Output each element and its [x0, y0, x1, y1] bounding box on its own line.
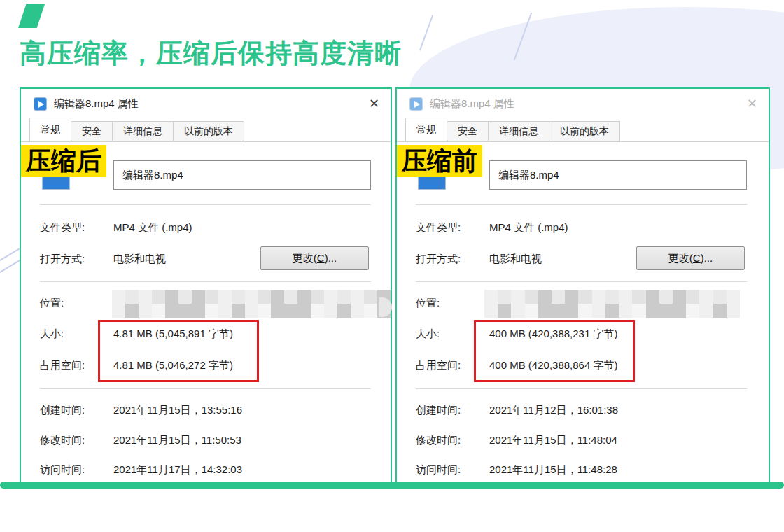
tab-security[interactable]: 安全: [447, 121, 489, 141]
bottom-accent-bar: [0, 482, 784, 489]
tab-general[interactable]: 常规: [29, 118, 71, 141]
size-highlight-box: [474, 320, 635, 382]
change-button[interactable]: 更改(C)...: [636, 246, 745, 270]
censored-location: [112, 290, 391, 318]
tab-strip: 常规 安全 详细信息 以前的版本: [397, 118, 769, 142]
page-title: 高压缩率，压缩后保持高度清晰: [20, 36, 402, 70]
mp4-file-icon: [410, 97, 423, 111]
dialog-title: 编辑器8.mp4 属性: [54, 97, 139, 111]
tab-general[interactable]: 常规: [405, 118, 447, 141]
properties-dialog-before: 编辑器8.mp4 属性 ✕ 常规 安全 详细信息 以前的版本 文件类型: MP4…: [396, 88, 770, 484]
tab-details[interactable]: 详细信息: [112, 121, 174, 141]
divider: [416, 388, 747, 389]
mp4-file-icon: [34, 97, 47, 111]
compression-state-badge: 压缩前: [397, 145, 482, 177]
dialog-titlebar: 编辑器8.mp4 属性 ✕: [21, 89, 391, 118]
divider: [40, 281, 371, 282]
tab-previous-versions[interactable]: 以前的版本: [173, 121, 244, 141]
divider: [40, 204, 371, 205]
tab-security[interactable]: 安全: [71, 121, 113, 141]
divider: [416, 204, 747, 205]
close-icon[interactable]: ✕: [747, 97, 757, 110]
tab-details[interactable]: 详细信息: [488, 121, 550, 141]
filename-input[interactable]: [113, 160, 371, 190]
dialog-title: 编辑器8.mp4 属性: [430, 97, 514, 111]
tab-strip: 常规 安全 详细信息 以前的版本: [21, 118, 391, 142]
divider: [40, 388, 371, 389]
tab-previous-versions[interactable]: 以前的版本: [549, 121, 620, 141]
corner-accent: [18, 4, 45, 28]
properties-dialog-after: 编辑器8.mp4 属性 ✕ 常规 安全 详细信息 以前的版本 文件类型: MP4…: [20, 88, 392, 484]
decor-line: [419, 15, 433, 50]
compression-state-badge: 压缩后: [21, 145, 106, 177]
divider: [416, 281, 747, 282]
dialog-titlebar: 编辑器8.mp4 属性 ✕: [397, 89, 769, 118]
size-highlight-box: [98, 320, 259, 382]
change-button[interactable]: 更改(C)...: [260, 246, 369, 270]
filename-input[interactable]: [489, 160, 747, 190]
censored-location: [484, 290, 740, 318]
compression-comparison-page: 高压缩率，压缩后保持高度清晰 编辑器8.mp4 属性 ✕ 常规 安全 详细信息 …: [0, 0, 784, 532]
close-icon[interactable]: ✕: [369, 97, 379, 110]
